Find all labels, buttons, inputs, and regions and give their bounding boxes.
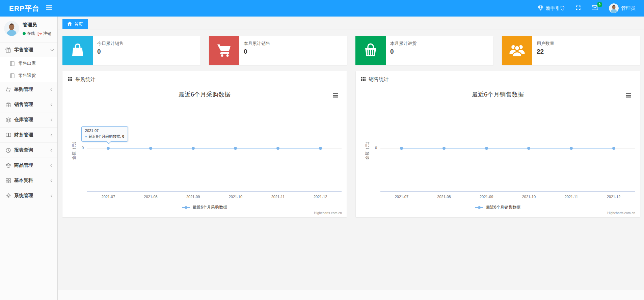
sidebar-subitem-label: 零售出库: [18, 60, 36, 66]
chart-context-menu-button[interactable]: [626, 93, 631, 98]
gift-icon: [5, 47, 11, 53]
x-axis-tick-label: 2021-09: [471, 195, 502, 199]
box-icon: [5, 163, 11, 168]
stat-card-label: 本月累计进货: [390, 40, 417, 47]
tab-home[interactable]: 首页: [62, 19, 88, 29]
brand-logo[interactable]: ERP平台: [0, 4, 39, 13]
sidebar: 管理员 在线 注销 零售管理零售出库零售退货采购管理销售管理仓库管理财务管理报表…: [0, 17, 58, 300]
home-icon: [68, 22, 72, 27]
hamburger-icon: [333, 97, 338, 98]
messages-button[interactable]: 0: [592, 5, 598, 11]
data-point-marker[interactable]: [400, 147, 403, 150]
stat-card: 本月累计进货0: [355, 36, 493, 65]
sidebar-user-name: 管理员: [23, 22, 51, 28]
sidebar-item[interactable]: 仓库管理: [0, 112, 57, 127]
tab-home-label: 首页: [74, 21, 83, 27]
sidebar-submenu: 零售出库零售退货: [0, 57, 57, 82]
expand-icon: [575, 5, 581, 11]
chevron-left-icon: [51, 179, 54, 182]
sidebar-item[interactable]: 销售管理: [0, 97, 57, 112]
data-point-marker[interactable]: [192, 147, 195, 150]
tooltip-series-row: ●最近6个月采购数据: 0: [85, 134, 124, 139]
x-axis-tick-label: 2021-08: [136, 195, 166, 199]
sidebar-item-label: 销售管理: [14, 102, 48, 108]
sidebar-item-label: 仓库管理: [14, 117, 48, 123]
pie-chart-icon: [5, 148, 11, 153]
stat-cards-row: 今日累计销售0本月累计销售0本月累计进货0用户数量22: [62, 36, 640, 65]
sidebar-item[interactable]: 采购管理: [0, 82, 57, 97]
layers-icon: [5, 117, 11, 122]
sidebar-subitem[interactable]: 零售出库: [0, 57, 57, 70]
sidebar-subitem-label: 零售退货: [18, 73, 36, 79]
data-point-marker[interactable]: [107, 147, 110, 150]
chart-title: 最近6个月采购数据: [62, 90, 347, 99]
guide-button[interactable]: 新手引导: [538, 5, 565, 11]
stat-card-label: 本月累计销售: [244, 40, 270, 47]
logout-link[interactable]: 注销: [43, 31, 51, 36]
x-axis-tick-label: 2021-11: [263, 195, 293, 199]
user-menu[interactable]: 管理员: [609, 3, 635, 13]
data-point-marker[interactable]: [319, 147, 322, 150]
sidebar-subitem[interactable]: 零售退货: [0, 70, 57, 82]
sidebar-item[interactable]: 系统管理: [0, 188, 57, 203]
user-name: 管理员: [621, 5, 635, 11]
x-axis-line: [380, 191, 635, 192]
panels-row: 采购统计 最近6个月采购数据0金额（元）2021-072021-082021-0…: [62, 71, 640, 217]
stat-card-value: 0: [390, 48, 417, 55]
stat-card: 今日累计销售0: [62, 36, 200, 65]
sidebar-item[interactable]: 商品管理: [0, 158, 57, 173]
x-axis-tick-label: 2021-07: [386, 195, 417, 199]
hamburger-icon: [626, 95, 631, 96]
tooltip-value: 0: [122, 134, 124, 138]
stat-card-value: 0: [97, 48, 124, 55]
sidebar-item[interactable]: 财务管理: [0, 127, 57, 142]
stat-card-value: 22: [537, 48, 554, 55]
file-icon: [9, 61, 15, 66]
data-point-marker[interactable]: [234, 147, 237, 150]
x-axis-tick-label: 2021-10: [220, 195, 251, 199]
hamburger-icon: [626, 93, 631, 94]
legend-label: 最近6个月采购数据: [193, 204, 227, 210]
data-point-marker[interactable]: [276, 147, 279, 150]
x-axis-tick-label: 2021-12: [598, 195, 629, 199]
legend-dot: [478, 206, 481, 209]
diamond-icon: [538, 5, 543, 11]
sidebar-item[interactable]: 报表查询: [0, 142, 57, 158]
legend-line-marker-icon: [182, 206, 190, 209]
sidebar-user-panel: 管理员 在线 注销: [0, 17, 57, 40]
data-point-marker[interactable]: [570, 147, 573, 150]
top-navbar: ERP平台 新手引导 0 管理员: [0, 0, 644, 17]
credits-link[interactable]: Highcharts.com.cn: [314, 211, 342, 215]
online-status-dot: [23, 32, 26, 35]
avatar: [609, 3, 619, 13]
data-point-marker[interactable]: [442, 147, 446, 150]
users-icon: [509, 43, 525, 58]
legend-item[interactable]: 最近6个月销售数据: [356, 204, 640, 210]
mail-badge: 0: [597, 2, 602, 7]
guide-label: 新手引导: [546, 5, 565, 11]
sales-stats-panel: 销售统计 最近6个月销售数据0金额（元）2021-072021-082021-0…: [356, 71, 640, 217]
chart-title: 最近6个月销售数据: [356, 90, 640, 99]
sidebar-toggle-button[interactable]: [46, 5, 52, 11]
chevron-left-icon: [51, 103, 54, 106]
data-point-marker[interactable]: [149, 147, 152, 150]
data-point-marker[interactable]: [612, 147, 615, 150]
tooltip-arrow-inner: [106, 141, 111, 143]
chart-context-menu-button[interactable]: [333, 93, 338, 98]
content-area: 首页 今日累计销售0本月累计销售0本月累计进货0用户数量22 采购统计 最近6个…: [58, 17, 644, 300]
chart-tooltip: 2021-07●最近6个月采购数据: 0: [81, 126, 128, 142]
shopping-basket-icon: [363, 43, 378, 59]
main: 今日累计销售0本月累计销售0本月累计进货0用户数量22 采购统计 最近6个月采购…: [58, 29, 644, 290]
data-point-marker[interactable]: [485, 147, 488, 150]
legend-label: 最近6个月销售数据: [486, 204, 521, 210]
legend-item[interactable]: 最近6个月采购数据: [62, 204, 347, 210]
sidebar-item-label: 商品管理: [14, 162, 48, 168]
fullscreen-button[interactable]: [575, 5, 581, 11]
x-axis-tick-label: 2021-11: [556, 195, 587, 199]
sidebar-item[interactable]: 基本资料: [0, 173, 57, 188]
credits-link[interactable]: Highcharts.com.cn: [607, 211, 635, 215]
chevron-left-icon: [51, 133, 54, 137]
sidebar-item[interactable]: 零售管理: [0, 42, 57, 57]
series-line: [402, 148, 614, 148]
data-point-marker[interactable]: [527, 147, 530, 150]
